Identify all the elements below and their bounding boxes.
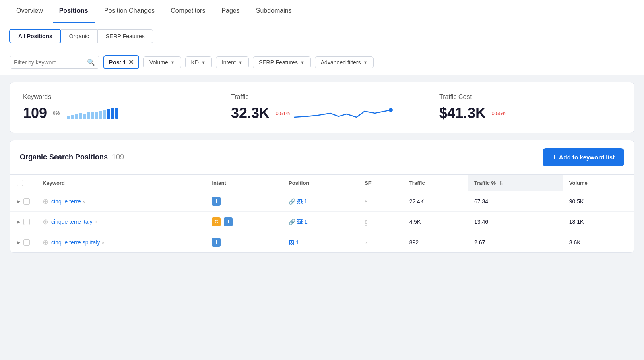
- traffic-cell: 4.5K: [403, 212, 468, 232]
- position-filter-chip[interactable]: Pos: 1 ✕: [103, 55, 139, 69]
- traffic-label: Traffic: [231, 93, 413, 101]
- position-value: 1: [304, 198, 308, 205]
- add-to-list-icon[interactable]: ⊕: [43, 238, 49, 247]
- sf-value[interactable]: 7: [365, 240, 367, 246]
- nav-positions[interactable]: Positions: [53, 0, 95, 23]
- traffic-pct: -0.51%: [274, 110, 290, 116]
- nav-subdomains[interactable]: Subdomains: [250, 0, 298, 23]
- expand-arrow-icon[interactable]: ▶: [17, 219, 20, 225]
- table-title: Organic Search Positions 109: [20, 153, 124, 161]
- keyword-link[interactable]: cinque terre italy »: [51, 219, 97, 225]
- position-filter-label: Pos: 1: [109, 59, 126, 66]
- add-to-list-icon[interactable]: ⊕: [43, 217, 49, 226]
- intent-badge-i: I: [212, 238, 221, 247]
- chevron-down-icon: ▼: [201, 60, 206, 65]
- image-icon: 🖼: [297, 219, 303, 225]
- intent-cell: I: [205, 232, 282, 253]
- keyword-filter-input[interactable]: [14, 59, 85, 66]
- position-cell: 🔗 🖼 1: [282, 212, 358, 232]
- external-link-icon: »: [83, 199, 85, 204]
- advanced-filters-dropdown[interactable]: Advanced filters ▼: [315, 56, 374, 68]
- chevron-down-icon: ▼: [171, 60, 175, 65]
- volume-filter-dropdown[interactable]: Volume ▼: [143, 56, 181, 68]
- keyword-filter-wrap[interactable]: 🔍: [10, 56, 99, 69]
- traffic-cost-stat: Traffic Cost $41.3K -0.55%: [426, 82, 634, 133]
- serp-features-filter-label: SERP Features: [259, 59, 298, 66]
- kd-filter-label: KD: [191, 59, 199, 66]
- traffic-cost-label: Traffic Cost: [439, 93, 621, 101]
- volume-col-header: Volume: [563, 175, 634, 191]
- search-icon[interactable]: 🔍: [87, 58, 95, 66]
- select-all-checkbox[interactable]: [17, 180, 23, 186]
- expand-arrow-icon[interactable]: ▶: [17, 240, 20, 245]
- keyword-cell: ⊕ cinque terre italy »: [36, 212, 205, 232]
- intent-filter-label: Intent: [222, 59, 236, 66]
- position-value: 1: [296, 239, 299, 246]
- keywords-value-row: 109 0%: [23, 105, 205, 122]
- traffic-pct-cell: 13.46: [468, 212, 563, 232]
- plus-icon: +: [552, 153, 557, 161]
- traffic-pct-col-header[interactable]: Traffic % ⇅: [468, 175, 563, 191]
- add-to-keyword-list-button[interactable]: + Add to keyword list: [543, 148, 624, 166]
- bar: [95, 112, 98, 119]
- kd-filter-dropdown[interactable]: KD ▼: [185, 56, 212, 68]
- traffic-pct-cell: 67.34: [468, 191, 563, 212]
- sf-value[interactable]: 8: [365, 199, 367, 205]
- nav-competitors[interactable]: Competitors: [164, 0, 212, 23]
- table-header: Organic Search Positions 109 + Add to ke…: [10, 140, 634, 174]
- tab-organic[interactable]: Organic: [61, 29, 97, 43]
- chevron-down-icon: ▼: [238, 60, 243, 65]
- link-icon: 🔗: [289, 198, 295, 205]
- bar: [99, 111, 102, 119]
- stats-row: Keywords 109 0% Traffic: [10, 82, 634, 133]
- expand-arrow-icon[interactable]: ▶: [17, 199, 20, 204]
- chevron-down-icon: ▼: [363, 60, 367, 65]
- row-expand-check-cell: ▶: [10, 212, 36, 232]
- bar: [75, 114, 78, 119]
- select-all-col: [10, 175, 36, 191]
- keyword-link[interactable]: cinque terre sp italy »: [51, 239, 104, 246]
- table-row: ▶ ⊕ cinque terre italy » C I: [10, 212, 634, 232]
- image-icon: 🖼: [289, 239, 294, 246]
- add-btn-label: Add to keyword list: [559, 154, 615, 161]
- table-column-headers: Keyword Intent Position SF Traffic Traff…: [10, 175, 634, 191]
- sf-value[interactable]: 8: [365, 219, 367, 226]
- chevron-down-icon: ▼: [300, 60, 305, 65]
- external-link-icon: »: [94, 219, 97, 225]
- intent-col-header: Intent: [205, 175, 282, 191]
- volume-cell: 18.1K: [563, 212, 634, 232]
- svg-point-0: [389, 108, 393, 112]
- serp-features-filter-dropdown[interactable]: SERP Features ▼: [253, 56, 311, 68]
- nav-position-changes[interactable]: Position Changes: [98, 0, 161, 23]
- bar: [83, 114, 86, 119]
- nav-pages[interactable]: Pages: [215, 0, 246, 23]
- position-cell: 🖼 1: [282, 232, 358, 253]
- keyword-text: cinque terre: [51, 198, 81, 205]
- keyword-link[interactable]: cinque terre »: [51, 198, 85, 205]
- intent-cell: I: [205, 191, 282, 212]
- keyword-cell: ⊕ cinque terre sp italy »: [36, 232, 205, 253]
- row-checkbox[interactable]: [23, 198, 30, 205]
- traffic-cell: 892: [403, 232, 468, 253]
- add-to-list-icon[interactable]: ⊕: [43, 197, 49, 206]
- traffic-cost-value: $41.3K: [439, 105, 486, 122]
- external-link-icon: »: [101, 240, 104, 245]
- intent-filter-dropdown[interactable]: Intent ▼: [216, 56, 249, 68]
- keywords-pct: 0%: [53, 110, 60, 116]
- bar: [111, 108, 114, 119]
- advanced-filters-label: Advanced filters: [321, 59, 361, 66]
- position-col-header: Position: [282, 175, 358, 191]
- traffic-cost-pct: -0.55%: [490, 110, 506, 116]
- keywords-count: 109: [23, 105, 47, 122]
- bar: [87, 112, 90, 119]
- nav-overview[interactable]: Overview: [10, 0, 50, 23]
- intent-badge-c: C: [212, 217, 221, 226]
- close-icon[interactable]: ✕: [128, 58, 134, 66]
- keywords-stat: Keywords 109 0%: [10, 82, 218, 133]
- intent-badge-i: I: [212, 197, 221, 206]
- row-checkbox[interactable]: [23, 239, 30, 246]
- row-checkbox[interactable]: [23, 219, 30, 225]
- traffic-col-header: Traffic: [403, 175, 468, 191]
- tab-serp-features[interactable]: SERP Features: [97, 29, 153, 43]
- tab-all-positions[interactable]: All Positions: [9, 29, 61, 43]
